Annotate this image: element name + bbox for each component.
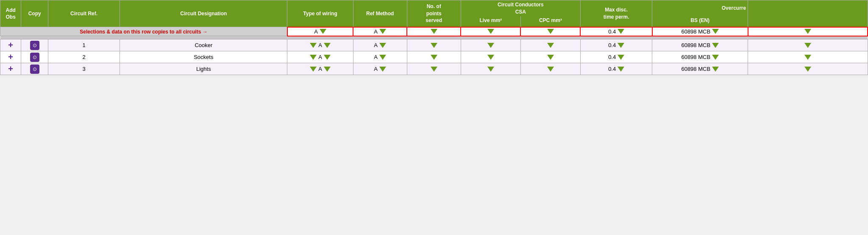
cpc-mm2-header: CPC mm² — [520, 16, 580, 25]
bs-en-header: BS (EN) — [652, 16, 748, 25]
cpc-arrow-3[interactable] — [547, 67, 554, 72]
wiring-arrow-1[interactable] — [310, 43, 317, 48]
extra-3[interactable] — [748, 63, 868, 75]
copy-wiring-arrow[interactable] — [320, 29, 326, 34]
wiring-arrow-3b[interactable] — [324, 67, 331, 72]
copy-cpc-arrow[interactable] — [547, 29, 554, 34]
wiring-3[interactable]: A — [287, 63, 353, 75]
copy-live-cell[interactable] — [461, 27, 520, 36]
live-mm2-header: Live mm² — [461, 16, 520, 25]
copy-maxdisc-arrow[interactable] — [618, 29, 624, 34]
extra-header — [748, 0, 868, 27]
copy-maxdisc-cell[interactable]: 0.4 — [580, 27, 652, 36]
points-arrow-3[interactable] — [431, 67, 437, 72]
points-arrow-2[interactable] — [431, 55, 437, 60]
circuit-row-3: + ⊙ 3 Lights A — [0, 63, 868, 75]
copy-bsen-arrow[interactable] — [712, 29, 719, 34]
copy-refmethod-arrow[interactable] — [379, 29, 386, 34]
points-2[interactable] — [407, 51, 461, 63]
extra-arrow-3[interactable] — [804, 67, 811, 72]
main-table-wrapper: Add Obs Copy Circuit Ref. Circuit Design… — [0, 0, 868, 75]
designation-2: Sockets — [120, 51, 287, 63]
live-arrow-2[interactable] — [487, 55, 494, 60]
ref-method-header: Ref Method — [353, 0, 407, 27]
wiring-arrow-1b[interactable] — [324, 43, 331, 48]
copy-extra-arrow[interactable] — [804, 29, 811, 34]
points-3[interactable] — [407, 63, 461, 75]
maxdisc-arrow-3[interactable] — [618, 67, 624, 72]
ref-1: 1 — [48, 39, 120, 51]
copy-icon-2[interactable]: ⊙ — [21, 51, 48, 63]
wiring-arrow-3[interactable] — [310, 67, 317, 72]
copy-live-arrow[interactable] — [487, 29, 494, 34]
designation-3: Lights — [120, 63, 287, 75]
copy-bsen-cell[interactable]: 60898 MCB — [652, 27, 748, 36]
copy-bsen-value: 60898 MCB — [681, 28, 710, 35]
refmethod-3[interactable]: A — [353, 63, 407, 75]
copy-row-label: Selections & data on this row copies to … — [80, 29, 207, 35]
ref-2: 2 — [48, 51, 120, 63]
copy-row-label-cell: Selections & data on this row copies to … — [0, 27, 287, 36]
wiring-arrow-2[interactable] — [310, 55, 317, 60]
extra-arrow-2[interactable] — [804, 55, 811, 60]
copy-icon-1[interactable]: ⊙ — [21, 39, 48, 51]
bsen-1[interactable]: 60898 MCB — [652, 39, 748, 51]
points-1[interactable] — [407, 39, 461, 51]
copy-maxdisc-value: 0.4 — [608, 28, 616, 35]
add-btn-2[interactable]: + — [0, 51, 21, 63]
live-1[interactable] — [461, 39, 520, 51]
cpc-arrow-2[interactable] — [547, 55, 554, 60]
maxdisc-1[interactable]: 0.4 — [580, 39, 652, 51]
copy-wiring-value: A — [314, 28, 318, 35]
copy-cpc-cell[interactable] — [520, 27, 580, 36]
copy-refmethod-cell[interactable]: A — [353, 27, 407, 36]
copy-template-row: Selections & data on this row copies to … — [0, 27, 868, 36]
live-arrow-3[interactable] — [487, 67, 494, 72]
bsen-arrow-2[interactable] — [712, 55, 719, 60]
bsen-arrow-1[interactable] — [712, 43, 719, 48]
bsen-arrow-3[interactable] — [712, 67, 719, 72]
circuit-row-2: + ⊙ 2 Sockets A — [0, 51, 868, 63]
wiring-2[interactable]: A — [287, 51, 353, 63]
copy-wiring-cell[interactable]: A — [287, 27, 353, 36]
refmethod-arrow-1[interactable] — [379, 43, 386, 48]
add-btn-1[interactable]: + — [0, 39, 21, 51]
maxdisc-arrow-1[interactable] — [618, 43, 624, 48]
live-3[interactable] — [461, 63, 520, 75]
extra-2[interactable] — [748, 51, 868, 63]
add-btn-3[interactable]: + — [0, 63, 21, 75]
bsen-3[interactable]: 60898 MCB — [652, 63, 748, 75]
live-2[interactable] — [461, 51, 520, 63]
refmethod-arrow-3[interactable] — [379, 67, 386, 72]
copy-extra-cell[interactable] — [748, 27, 868, 36]
circuit-ref-header: Circuit Ref. — [48, 0, 120, 27]
cpc-1[interactable] — [520, 39, 580, 51]
bsen-2[interactable]: 60898 MCB — [652, 51, 748, 63]
no-of-points-header: No. ofpointsserved — [407, 0, 461, 27]
circuit-row-1: + ⊙ 1 Cooker A — [0, 39, 868, 51]
copy-icon-3[interactable]: ⊙ — [21, 63, 48, 75]
designation-1: Cooker — [120, 39, 287, 51]
maxdisc-3[interactable]: 0.4 — [580, 63, 652, 75]
add-obs-header: Add Obs — [0, 0, 21, 27]
cpc-3[interactable] — [520, 63, 580, 75]
max-disc-header: Max disc.time perm. — [580, 0, 652, 27]
cpc-2[interactable] — [520, 51, 580, 63]
refmethod-arrow-2[interactable] — [379, 55, 386, 60]
copy-points-cell[interactable] — [407, 27, 461, 36]
circuit-designation-header: Circuit Designation — [120, 0, 287, 27]
maxdisc-arrow-2[interactable] — [618, 55, 624, 60]
ref-3: 3 — [48, 63, 120, 75]
refmethod-1[interactable]: A — [353, 39, 407, 51]
wiring-arrow-2b[interactable] — [324, 55, 331, 60]
extra-1[interactable] — [748, 39, 868, 51]
live-arrow-1[interactable] — [487, 43, 494, 48]
wiring-1[interactable]: A — [287, 39, 353, 51]
refmethod-2[interactable]: A — [353, 51, 407, 63]
copy-points-arrow[interactable] — [431, 29, 437, 34]
maxdisc-2[interactable]: 0.4 — [580, 51, 652, 63]
cpc-arrow-1[interactable] — [547, 43, 554, 48]
points-arrow-1[interactable] — [431, 43, 437, 48]
extra-arrow-1[interactable] — [804, 43, 811, 48]
copy-header: Copy — [21, 0, 48, 27]
